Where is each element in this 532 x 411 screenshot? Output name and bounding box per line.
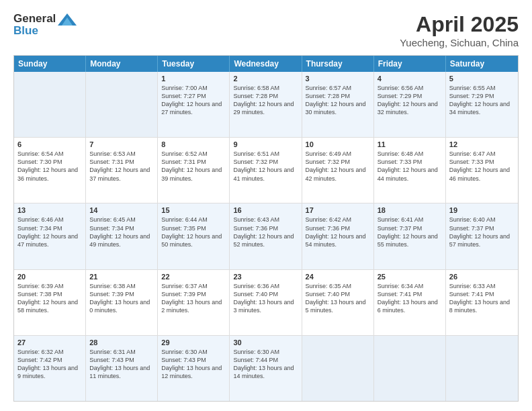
- day-number: 15: [161, 206, 226, 214]
- cal-row-4: 27Sunrise: 6:32 AM Sunset: 7:42 PM Dayli…: [14, 335, 518, 401]
- day-number: 29: [161, 338, 226, 347]
- weekday-friday: Friday: [374, 56, 446, 72]
- day-info: Sunrise: 6:44 AM Sunset: 7:35 PM Dayligh…: [161, 216, 222, 247]
- day-number: 2: [233, 75, 298, 83]
- cal-cell-r3-c0: 20Sunrise: 6:39 AM Sunset: 7:38 PM Dayli…: [14, 270, 86, 335]
- weekday-wednesday: Wednesday: [230, 56, 302, 72]
- calendar-body: 1Sunrise: 7:00 AM Sunset: 7:27 PM Daylig…: [14, 72, 518, 401]
- day-info: Sunrise: 6:37 AM Sunset: 7:39 PM Dayligh…: [161, 283, 222, 314]
- day-info: Sunrise: 7:00 AM Sunset: 7:27 PM Dayligh…: [161, 85, 222, 116]
- day-info: Sunrise: 6:48 AM Sunset: 7:33 PM Dayligh…: [378, 150, 438, 181]
- day-info: Sunrise: 6:55 AM Sunset: 7:29 PM Dayligh…: [449, 85, 510, 116]
- day-number: 24: [306, 273, 370, 281]
- day-number: 13: [17, 206, 82, 214]
- day-number: 16: [233, 206, 298, 214]
- day-info: Sunrise: 6:51 AM Sunset: 7:32 PM Dayligh…: [233, 150, 294, 181]
- day-info: Sunrise: 6:32 AM Sunset: 7:42 PM Dayligh…: [17, 349, 78, 379]
- day-info: Sunrise: 6:30 AM Sunset: 7:43 PM Dayligh…: [161, 349, 222, 379]
- day-number: 4: [378, 75, 442, 83]
- day-number: 17: [306, 206, 370, 214]
- logo-blue-text: Blue: [13, 24, 38, 38]
- day-info: Sunrise: 6:39 AM Sunset: 7:38 PM Dayligh…: [17, 283, 78, 314]
- calendar: Sunday Monday Tuesday Wednesday Thursday…: [13, 55, 519, 402]
- day-number: 21: [89, 273, 154, 281]
- weekday-monday: Monday: [86, 56, 158, 72]
- logo-general-text: General: [13, 12, 56, 26]
- cal-cell-r1-c2: 8Sunrise: 6:52 AM Sunset: 7:31 PM Daylig…: [158, 138, 230, 203]
- day-info: Sunrise: 6:47 AM Sunset: 7:33 PM Dayligh…: [449, 150, 510, 181]
- cal-cell-r2-c2: 15Sunrise: 6:44 AM Sunset: 7:35 PM Dayli…: [158, 203, 230, 269]
- calendar-header: Sunday Monday Tuesday Wednesday Thursday…: [14, 56, 518, 72]
- cal-cell-r4-c3: 30Sunrise: 6:30 AM Sunset: 7:44 PM Dayli…: [230, 336, 302, 401]
- day-number: 26: [449, 273, 515, 281]
- day-number: 23: [233, 273, 298, 281]
- cal-cell-r0-c5: 4Sunrise: 6:56 AM Sunset: 7:29 PM Daylig…: [374, 72, 446, 137]
- day-number: 30: [233, 338, 298, 347]
- cal-cell-r1-c0: 6Sunrise: 6:54 AM Sunset: 7:30 PM Daylig…: [14, 138, 86, 203]
- day-info: Sunrise: 6:42 AM Sunset: 7:36 PM Dayligh…: [306, 216, 366, 247]
- title-month: April 2025: [400, 12, 519, 37]
- day-number: 6: [17, 140, 82, 148]
- cal-cell-r4-c2: 29Sunrise: 6:30 AM Sunset: 7:43 PM Dayli…: [158, 336, 230, 401]
- day-number: 27: [17, 338, 82, 347]
- cal-cell-r2-c4: 17Sunrise: 6:42 AM Sunset: 7:36 PM Dayli…: [302, 203, 374, 269]
- day-number: 8: [161, 140, 226, 148]
- cal-cell-r4-c5: [374, 336, 446, 401]
- cal-row-1: 6Sunrise: 6:54 AM Sunset: 7:30 PM Daylig…: [14, 137, 518, 203]
- day-info: Sunrise: 6:53 AM Sunset: 7:31 PM Dayligh…: [89, 150, 150, 181]
- cal-cell-r2-c0: 13Sunrise: 6:46 AM Sunset: 7:34 PM Dayli…: [14, 203, 86, 269]
- cal-cell-r3-c1: 21Sunrise: 6:38 AM Sunset: 7:39 PM Dayli…: [86, 270, 158, 335]
- weekday-sunday: Sunday: [14, 56, 86, 72]
- cal-cell-r2-c1: 14Sunrise: 6:45 AM Sunset: 7:34 PM Dayli…: [86, 203, 158, 269]
- cal-cell-r0-c6: 5Sunrise: 6:55 AM Sunset: 7:29 PM Daylig…: [446, 72, 518, 137]
- day-info: Sunrise: 6:52 AM Sunset: 7:31 PM Dayligh…: [161, 150, 222, 181]
- cal-cell-r0-c0: [14, 72, 86, 137]
- day-info: Sunrise: 6:34 AM Sunset: 7:41 PM Dayligh…: [378, 283, 438, 314]
- cal-row-2: 13Sunrise: 6:46 AM Sunset: 7:34 PM Dayli…: [14, 203, 518, 269]
- cal-cell-r1-c6: 12Sunrise: 6:47 AM Sunset: 7:33 PM Dayli…: [446, 138, 518, 203]
- day-number: 7: [89, 140, 154, 148]
- cal-cell-r1-c5: 11Sunrise: 6:48 AM Sunset: 7:33 PM Dayli…: [374, 138, 446, 203]
- weekday-tuesday: Tuesday: [158, 56, 230, 72]
- title-location: Yuecheng, Sichuan, China: [400, 37, 519, 48]
- day-info: Sunrise: 6:45 AM Sunset: 7:34 PM Dayligh…: [89, 216, 150, 247]
- day-number: 10: [306, 140, 370, 148]
- page: General Blue April 2025 Yuecheng, Sichua…: [0, 0, 532, 411]
- day-number: 3: [306, 75, 370, 83]
- day-info: Sunrise: 6:56 AM Sunset: 7:29 PM Dayligh…: [378, 85, 438, 116]
- title-block: April 2025 Yuecheng, Sichuan, China: [400, 12, 519, 48]
- cal-cell-r4-c4: [302, 336, 374, 401]
- day-info: Sunrise: 6:57 AM Sunset: 7:28 PM Dayligh…: [306, 85, 366, 116]
- header: General Blue April 2025 Yuecheng, Sichua…: [13, 12, 519, 48]
- weekday-thursday: Thursday: [302, 56, 374, 72]
- cal-cell-r3-c5: 25Sunrise: 6:34 AM Sunset: 7:41 PM Dayli…: [374, 270, 446, 335]
- cal-cell-r4-c6: [446, 336, 518, 401]
- logo-icon: [58, 13, 77, 26]
- cal-cell-r4-c1: 28Sunrise: 6:31 AM Sunset: 7:43 PM Dayli…: [86, 336, 158, 401]
- day-info: Sunrise: 6:46 AM Sunset: 7:34 PM Dayligh…: [17, 216, 78, 247]
- day-info: Sunrise: 6:31 AM Sunset: 7:43 PM Dayligh…: [89, 349, 150, 379]
- day-number: 1: [161, 75, 226, 83]
- day-number: 11: [378, 140, 442, 148]
- day-info: Sunrise: 6:36 AM Sunset: 7:40 PM Dayligh…: [233, 283, 294, 314]
- cal-cell-r2-c6: 19Sunrise: 6:40 AM Sunset: 7:37 PM Dayli…: [446, 203, 518, 269]
- day-info: Sunrise: 6:49 AM Sunset: 7:32 PM Dayligh…: [306, 150, 366, 181]
- cal-cell-r3-c2: 22Sunrise: 6:37 AM Sunset: 7:39 PM Dayli…: [158, 270, 230, 335]
- cal-cell-r3-c3: 23Sunrise: 6:36 AM Sunset: 7:40 PM Dayli…: [230, 270, 302, 335]
- day-number: 14: [89, 206, 154, 214]
- cal-cell-r0-c4: 3Sunrise: 6:57 AM Sunset: 7:28 PM Daylig…: [302, 72, 374, 137]
- day-number: 28: [89, 338, 154, 347]
- cal-cell-r2-c5: 18Sunrise: 6:41 AM Sunset: 7:37 PM Dayli…: [374, 203, 446, 269]
- cal-cell-r3-c4: 24Sunrise: 6:35 AM Sunset: 7:40 PM Dayli…: [302, 270, 374, 335]
- day-info: Sunrise: 6:33 AM Sunset: 7:41 PM Dayligh…: [449, 283, 510, 314]
- cal-cell-r1-c1: 7Sunrise: 6:53 AM Sunset: 7:31 PM Daylig…: [86, 138, 158, 203]
- weekday-saturday: Saturday: [446, 56, 518, 72]
- day-number: 25: [378, 273, 442, 281]
- day-info: Sunrise: 6:58 AM Sunset: 7:28 PM Dayligh…: [233, 85, 294, 116]
- cal-cell-r3-c6: 26Sunrise: 6:33 AM Sunset: 7:41 PM Dayli…: [446, 270, 518, 335]
- day-number: 18: [378, 206, 442, 214]
- day-info: Sunrise: 6:43 AM Sunset: 7:36 PM Dayligh…: [233, 216, 294, 247]
- day-info: Sunrise: 6:54 AM Sunset: 7:30 PM Dayligh…: [17, 150, 78, 181]
- day-info: Sunrise: 6:40 AM Sunset: 7:37 PM Dayligh…: [449, 216, 510, 247]
- day-number: 22: [161, 273, 226, 281]
